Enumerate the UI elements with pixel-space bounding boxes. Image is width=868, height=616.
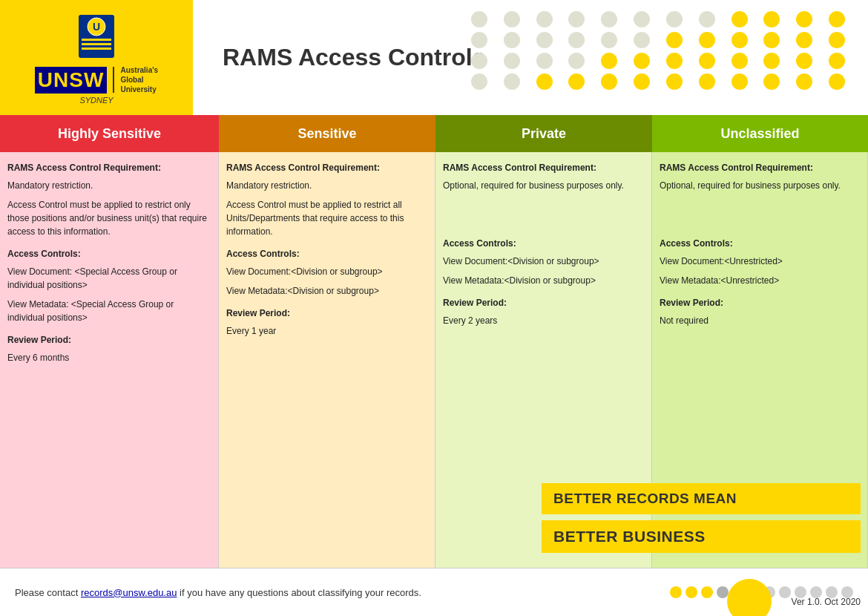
review-heading-3: Review Period: bbox=[443, 298, 507, 308]
access-doc-1: View Document: <Special Access Group or … bbox=[7, 265, 211, 292]
req-heading-4: RAMS Access Control Requirement: bbox=[660, 163, 813, 173]
col-header-private: Private bbox=[435, 115, 652, 152]
access-heading-4: Access Controls: bbox=[660, 238, 733, 249]
svg-rect-5 bbox=[82, 47, 111, 50]
review-heading-1: Review Period: bbox=[7, 335, 71, 345]
logo-area: U UNSW Australia's Global University SYD… bbox=[0, 0, 193, 115]
svg-rect-4 bbox=[82, 43, 111, 45]
dots-decoration bbox=[460, 0, 868, 115]
footer-dot-1 bbox=[670, 586, 682, 598]
svg-text:U: U bbox=[93, 21, 100, 33]
access-meta-3: View Metadata:<Division or subgroup> bbox=[443, 274, 644, 287]
footer-dot-3 bbox=[701, 586, 713, 598]
access-meta-2: View Metadata:<Division or subgroup> bbox=[226, 284, 427, 298]
req-line1-1: Mandatory restriction. bbox=[7, 179, 211, 192]
svg-rect-3 bbox=[82, 39, 111, 41]
page-title: RAMS Access Controls bbox=[223, 44, 485, 71]
unsw-logo-text: UNSW bbox=[35, 67, 108, 94]
req-line1-4: Optional, required for business purposes… bbox=[660, 179, 860, 192]
content-area: RAMS Access Control Requirement: Mandato… bbox=[0, 152, 868, 568]
review-heading-2: Review Period: bbox=[226, 308, 290, 318]
access-doc-4: View Document:<Unrestricted> bbox=[660, 255, 860, 268]
access-heading-1: Access Controls: bbox=[7, 249, 81, 259]
col-highly-sensitive: RAMS Access Control Requirement: Mandato… bbox=[0, 152, 219, 568]
col-private-content: RAMS Access Control Requirement: Optiona… bbox=[443, 161, 644, 327]
access-meta-4: View Metadata:<Unrestricted> bbox=[660, 274, 860, 287]
logo-sydney: SYDNEY bbox=[79, 96, 113, 105]
col-header-highly-sensitive: Highly Sensitive bbox=[0, 115, 219, 152]
col-highly-sensitive-content: RAMS Access Control Requirement: Mandato… bbox=[7, 161, 211, 364]
col-sensitive: RAMS Access Control Requirement: Mandato… bbox=[219, 152, 435, 568]
footer: Please contact records@unsw.edu.au if yo… bbox=[0, 568, 868, 616]
header: U UNSW Australia's Global University SYD… bbox=[0, 0, 868, 115]
title-area: RAMS Access Controls bbox=[223, 44, 485, 71]
col-header-sensitive: Sensitive bbox=[219, 115, 435, 152]
footer-contact-text: Please contact records@unsw.edu.au if yo… bbox=[15, 587, 421, 598]
banners-overlay: BETTER RECORDS MEAN BETTER BUSINESS bbox=[542, 483, 861, 553]
footer-dot-2 bbox=[685, 586, 697, 598]
crest-icon: U bbox=[74, 10, 119, 62]
footer-dot-8 bbox=[779, 586, 791, 598]
req-line1-3: Optional, required for business purposes… bbox=[443, 179, 644, 192]
col-sensitive-content: RAMS Access Control Requirement: Mandato… bbox=[226, 161, 427, 338]
banner-better-business: BETTER BUSINESS bbox=[542, 520, 861, 553]
access-doc-2: View Document:<Division or subgroup> bbox=[226, 265, 427, 278]
access-heading-2: Access Controls: bbox=[226, 249, 300, 259]
req-heading-3: RAMS Access Control Requirement: bbox=[443, 163, 596, 173]
review-heading-4: Review Period: bbox=[660, 298, 723, 308]
req-line2-2: Access Control must be applied to restri… bbox=[226, 198, 427, 238]
col-unclassified-content: RAMS Access Control Requirement: Optiona… bbox=[660, 161, 860, 327]
access-doc-3: View Document:<Division or subgroup> bbox=[443, 255, 644, 268]
logo-divider bbox=[113, 67, 114, 93]
review-value-3: Every 2 years bbox=[443, 314, 644, 327]
req-heading-2: RAMS Access Control Requirement: bbox=[226, 163, 380, 173]
review-value-2: Every 1 year bbox=[226, 324, 427, 338]
req-line1-2: Mandatory restriction. bbox=[226, 179, 427, 192]
req-heading-1: RAMS Access Control Requirement: bbox=[7, 163, 161, 173]
logo-subtitle: Australia's Global University bbox=[120, 65, 158, 94]
column-headers: Highly Sensitive Sensitive Private Uncla… bbox=[0, 115, 868, 152]
banner-records-mean: BETTER RECORDS MEAN bbox=[542, 483, 861, 514]
col-header-unclassified: Unclassified bbox=[652, 115, 868, 152]
access-heading-3: Access Controls: bbox=[443, 238, 516, 249]
footer-version: Ver 1.0. Oct 2020 bbox=[792, 597, 861, 607]
footer-email-link[interactable]: records@unsw.edu.au bbox=[81, 587, 177, 598]
review-value-4: Not required bbox=[660, 314, 860, 327]
review-value-1: Every 6 months bbox=[7, 351, 211, 364]
footer-circle bbox=[727, 579, 772, 616]
req-line2-1: Access Control must be applied to restri… bbox=[7, 198, 211, 238]
access-meta-1: View Metadata: <Special Access Group or … bbox=[7, 298, 211, 324]
